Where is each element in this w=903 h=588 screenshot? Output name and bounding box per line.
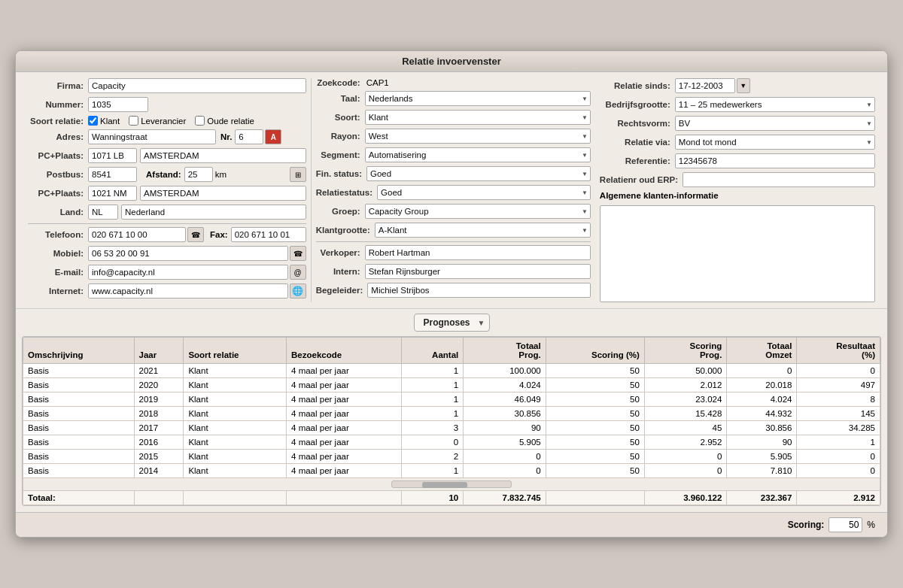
pcplaats2-label: PC+Plaats: (28, 189, 88, 198)
table-cell: Basis (23, 421, 135, 435)
finstatus-select[interactable]: Goed (366, 166, 591, 181)
totaal-cell (287, 491, 402, 505)
table-cell: Klant (184, 378, 287, 393)
leverancier-checkbox[interactable] (129, 116, 138, 126)
scoring-label: Scoring: (788, 520, 825, 530)
table-cell: 50 (546, 435, 644, 450)
relatie-via-select[interactable]: Mond tot mond (675, 135, 875, 150)
email-input[interactable] (88, 265, 288, 280)
table-cell: 0 (797, 450, 880, 464)
col1: Firma: Nummer: Soort relatie: Klant (23, 78, 311, 302)
table-cell: 4 maal per jaar (287, 378, 402, 393)
th-resultaat: Resultaat(%) (797, 338, 880, 364)
taal-label: Taal: (316, 94, 365, 103)
segment-select[interactable]: Automatisering (365, 147, 591, 162)
zoekcode-row: Zoekcode: CAP1 (316, 78, 591, 87)
postbus-input[interactable] (88, 167, 137, 182)
soort2-select[interactable]: Klant (365, 110, 591, 125)
nummer-input[interactable] (88, 97, 148, 112)
plaats1-input[interactable] (140, 148, 306, 163)
relatienr-label: Relatienr oud ERP: (600, 175, 683, 184)
table-cell: 50 (546, 464, 644, 478)
verkoper-row: Verkoper: (316, 245, 591, 260)
taal-select[interactable]: Nederlands (365, 91, 591, 106)
plaats2-input[interactable] (140, 186, 306, 201)
table-cell: 20.018 (727, 378, 797, 393)
table-cell: Klant (184, 421, 287, 435)
klant-checkbox[interactable] (88, 116, 98, 126)
table-cell: 1 (402, 393, 464, 407)
referentie-input[interactable] (675, 153, 875, 168)
mobiel-input[interactable] (88, 246, 288, 261)
table-cell: Klant (184, 393, 287, 407)
table-cell: 50 (546, 378, 644, 393)
check-leverancier[interactable]: Leverancier (129, 116, 186, 126)
web-icon-button[interactable]: 🌐 (290, 283, 306, 299)
mobiel-icon-button[interactable]: ☎ (290, 246, 306, 261)
totaal-cell (546, 491, 644, 505)
begeleider-input[interactable] (367, 283, 591, 298)
pc2-input[interactable] (88, 186, 137, 201)
prognoses-table: Omschrijving Jaar Soort relatie Bezoekco… (23, 337, 880, 505)
relatiestatus-select-wrapper: Goed (377, 185, 591, 200)
th-scoring-pct: Scoring (%) (546, 338, 644, 364)
adres-icon-button[interactable]: A (265, 129, 281, 144)
intern-input[interactable] (365, 264, 591, 279)
telefoon-icon-button[interactable]: ☎ (187, 227, 204, 242)
internet-input[interactable] (88, 283, 288, 299)
table-cell: 5.905 (727, 450, 797, 464)
percent-label: % (867, 520, 875, 530)
oude-checkbox[interactable] (195, 116, 205, 126)
rayon-select[interactable]: West (365, 129, 591, 144)
soort2-label: Soort: (316, 113, 365, 122)
relatiestatus-select[interactable]: Goed (377, 185, 591, 200)
table-cell: 1 (402, 464, 464, 478)
table-cell: 0 (464, 464, 546, 478)
fax-label: Fax: (210, 230, 228, 239)
prognoses-select[interactable]: Prognoses (414, 314, 490, 332)
table-cell: 0 (727, 364, 797, 378)
nr-label: Nr. (220, 132, 232, 141)
table-cell: 0 (797, 364, 880, 378)
groep-row: Groep: Capacity Group (316, 204, 591, 219)
scoring-input[interactable] (829, 517, 862, 532)
adres-row: Adres: Nr. A (28, 129, 306, 144)
pcplaats1-label: PC+Plaats: (28, 151, 88, 160)
table-cell: Basis (23, 364, 135, 378)
email-icon-button[interactable]: @ (290, 265, 306, 280)
groep-select[interactable]: Capacity Group (365, 204, 591, 219)
nr-input[interactable] (235, 129, 263, 144)
date-picker-button[interactable]: ▼ (737, 78, 750, 93)
afstand-icon-button[interactable]: ⊞ (290, 167, 306, 182)
th-totaal-prog: TotaalProg. (464, 338, 546, 364)
table-cell: 90 (464, 421, 546, 435)
check-oude[interactable]: Oude relatie (195, 116, 254, 126)
klantgrootte-select[interactable]: A-Klant (375, 223, 591, 238)
land-code-input[interactable] (88, 205, 118, 220)
relatiesindts-row: Relatie sinds: ▼ (600, 78, 875, 93)
fax-input[interactable] (231, 227, 306, 242)
telefoon-row: Telefoon: ☎ Fax: (28, 227, 306, 242)
land-name-input[interactable] (121, 205, 306, 220)
alginfo-textarea[interactable] (600, 205, 875, 302)
table-cell: 46.049 (464, 393, 546, 407)
bedrijfsgrootte-select[interactable]: 11 – 25 medewerkers (675, 97, 875, 112)
verkoper-input[interactable] (365, 245, 591, 260)
afstand-input[interactable] (184, 167, 213, 182)
table-cell: 1 (402, 378, 464, 393)
rechtsvorm-select[interactable]: BV (675, 116, 875, 131)
adres-input[interactable] (88, 129, 216, 144)
relatienr-input[interactable] (683, 172, 875, 187)
pc1-input[interactable] (88, 148, 137, 163)
check-klant[interactable]: Klant (88, 116, 120, 126)
telefoon-input[interactable] (88, 227, 186, 242)
table-cell: Klant (184, 464, 287, 478)
table-cell: 50 (546, 393, 644, 407)
table-row: Basis2019Klant4 maal per jaar146.0495023… (23, 393, 880, 407)
relatie-sinds-input[interactable] (675, 78, 735, 93)
col2: Zoekcode: CAP1 Taal: Nederlands Soort: K… (311, 78, 595, 302)
finstatus-label: Fin. status: (316, 169, 366, 178)
rayon-select-wrapper: West (365, 129, 591, 144)
firma-row: Firma: (28, 78, 306, 93)
firma-input[interactable] (88, 78, 306, 93)
